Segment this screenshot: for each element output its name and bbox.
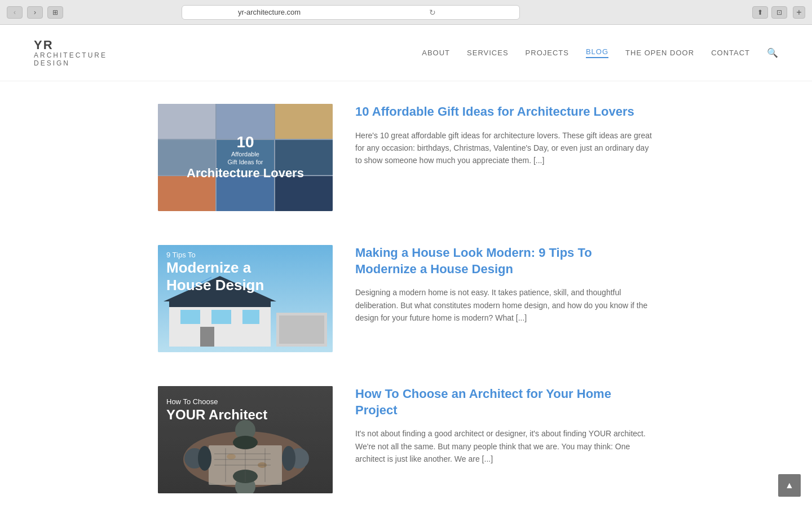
browser-chrome: ‹ › ⊞ yr-architecture.com ↻ ⬆ ⊡ +	[0, 0, 812, 25]
thumb-overlay: 10 Affordable Gift Ideas for Architectur…	[158, 104, 333, 211]
chevron-up-icon: ▲	[785, 480, 794, 491]
nav-contact[interactable]: CONTACT	[711, 49, 750, 57]
post-thumbnail-1[interactable]: 10 Affordable Gift Ideas for Architectur…	[158, 104, 333, 211]
browser-actions: ⬆ ⊡ +	[752, 6, 805, 19]
fullscreen-button[interactable]: ⊡	[771, 6, 787, 19]
logo-design: DESIGN	[34, 60, 107, 67]
nav-about[interactable]: ABOUT	[422, 49, 450, 57]
logo-yr: YR	[34, 38, 107, 52]
forward-button[interactable]: ›	[27, 6, 43, 19]
website: YR ARCHITECTURE DESIGN ABOUT SERVICES PR…	[0, 25, 812, 508]
back-button[interactable]: ‹	[7, 6, 23, 19]
thumb-small-2: 9 Tips To	[166, 251, 324, 259]
post-content-1: 10 Affordable Gift Ideas for Architectur…	[355, 104, 654, 167]
nav-blog[interactable]: BLOG	[586, 47, 608, 58]
svg-rect-8	[242, 310, 259, 324]
thumb-line1: Affordable	[231, 150, 259, 158]
blog-post-1: 10 Affordable Gift Ideas for Architectur…	[158, 104, 654, 211]
thumb-line2: Gift Ideas for	[228, 158, 263, 166]
sidebar-button[interactable]: ⊞	[47, 6, 63, 19]
svg-rect-7	[211, 310, 231, 324]
main-nav: ABOUT SERVICES PROJECTS BLOG the OPEN DO…	[422, 47, 778, 58]
search-icon[interactable]: 🔍	[767, 47, 778, 58]
address-bar[interactable]: yr-architecture.com ↻	[182, 5, 520, 20]
svg-rect-2	[169, 301, 271, 307]
url-display: yr-architecture.com	[188, 8, 351, 16]
blog-list: 10 Affordable Gift Ideas for Architectur…	[124, 81, 688, 508]
post-excerpt-3: It's not about finding a good architect …	[355, 427, 654, 465]
nav-services[interactable]: SERVICES	[467, 49, 509, 57]
svg-rect-9	[200, 327, 214, 347]
post-excerpt-1: Here's 10 great affordable gift ideas fo…	[355, 129, 654, 167]
nav-projects[interactable]: PROJECTS	[526, 49, 569, 57]
logo-architecture: ARCHITECTURE	[34, 52, 107, 59]
post-content-3: How To Choose an Architect for Your Home…	[355, 386, 654, 465]
post-thumbnail-2[interactable]: 9 Tips To Modernize aHouse Design	[158, 245, 333, 352]
nav-open-door[interactable]: the OPEN DOOR	[625, 49, 694, 57]
svg-rect-5	[279, 316, 324, 344]
thumb-big-3: YOUR Architect	[166, 407, 324, 423]
blog-post-3: How To Choose YOUR Architect How To Choo…	[158, 386, 654, 493]
new-tab-button[interactable]: +	[793, 6, 805, 19]
post-title-3[interactable]: How To Choose an Architect for Your Home…	[355, 386, 654, 418]
post-excerpt-2: Designing a modern home is not easy. It …	[355, 286, 654, 324]
share-button[interactable]: ⬆	[752, 6, 768, 19]
post-content-2: Making a House Look Modern: 9 Tips To Mo…	[355, 245, 654, 324]
svg-rect-6	[180, 310, 200, 324]
thumb-number: 10	[236, 134, 254, 150]
scroll-top-button[interactable]: ▲	[778, 474, 801, 497]
thumb-overlay-3: How To Choose YOUR Architect	[158, 386, 333, 493]
reload-button[interactable]: ↻	[351, 8, 514, 17]
thumb-small-3: How To Choose	[166, 397, 324, 407]
site-logo[interactable]: YR ARCHITECTURE DESIGN	[34, 38, 107, 67]
blog-post-2: 9 Tips To Modernize aHouse Design	[158, 245, 654, 352]
site-header: YR ARCHITECTURE DESIGN ABOUT SERVICES PR…	[0, 25, 812, 81]
thumb-big: Architecture Lovers	[187, 166, 304, 181]
post-thumbnail-3[interactable]: How To Choose YOUR Architect	[158, 386, 333, 493]
post-title-2[interactable]: Making a House Look Modern: 9 Tips To Mo…	[355, 245, 654, 277]
post-title-1[interactable]: 10 Affordable Gift Ideas for Architectur…	[355, 104, 654, 120]
thumb-overlay-2: 9 Tips To Modernize aHouse Design	[166, 251, 324, 294]
thumb-big-2: Modernize aHouse Design	[166, 259, 324, 294]
